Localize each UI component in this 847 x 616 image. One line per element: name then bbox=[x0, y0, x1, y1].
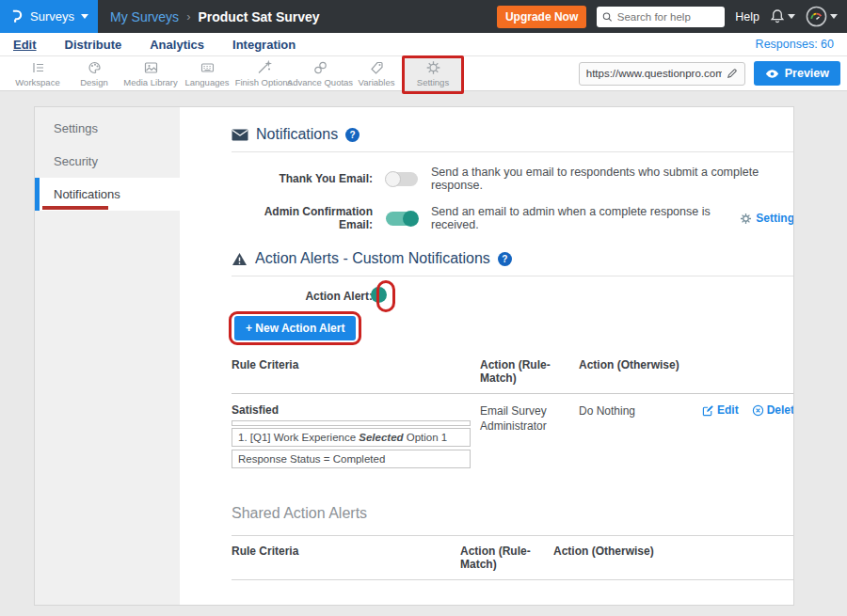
new-action-alert-button[interactable]: + New Action Alert bbox=[234, 316, 356, 340]
chevron-down-icon bbox=[81, 14, 88, 19]
breadcrumb-separator: › bbox=[186, 9, 190, 24]
shared-action-alerts-section: Shared Action Alerts Rule Criteria Actio… bbox=[232, 505, 794, 580]
finish-options-wand-icon bbox=[256, 60, 272, 75]
shared-action-alerts-title: Shared Action Alerts bbox=[232, 505, 794, 522]
envelope-icon bbox=[232, 129, 248, 141]
otherwise-cell: Do Nothing bbox=[579, 403, 702, 471]
toolbar-languages[interactable]: Languages bbox=[179, 56, 235, 90]
toolbar-advance-quotas[interactable]: Advance Quotas bbox=[292, 56, 348, 90]
toggle-knob bbox=[403, 211, 419, 227]
survey-url-field[interactable]: https://www.questionpro.com/t/. bbox=[579, 62, 745, 86]
action-alerts-section-header: Action Alerts - Custom Notifications ? bbox=[232, 245, 794, 276]
col-action-otherwise: Action (Otherwise) bbox=[553, 545, 794, 571]
rule-match-cell: Email Survey Administrator bbox=[480, 403, 579, 471]
header-right: Upgrade Now Help bbox=[497, 6, 847, 28]
notifications-bell[interactable] bbox=[770, 8, 795, 24]
chevron-down-icon bbox=[830, 14, 838, 19]
col-action-rule-match: Action (Rule-Match) bbox=[460, 545, 553, 571]
account-menu[interactable] bbox=[806, 6, 838, 27]
col-action-otherwise: Action (Otherwise) bbox=[579, 358, 702, 385]
section-divider bbox=[232, 151, 794, 152]
tab-edit[interactable]: Edit bbox=[13, 38, 37, 52]
bell-icon bbox=[770, 8, 785, 24]
chevron-down-icon bbox=[788, 14, 795, 19]
toolbar-design[interactable]: Design bbox=[66, 56, 122, 90]
tab-distribute[interactable]: Distribute bbox=[65, 38, 122, 52]
toolbar-variables[interactable]: Variables bbox=[348, 56, 405, 90]
toolbar-right: https://www.questionpro.com/t/. Preview bbox=[579, 56, 847, 90]
tab-integration[interactable]: Integration bbox=[232, 38, 296, 52]
col-action-rule-match: Action (Rule-Match) bbox=[480, 358, 579, 385]
new-action-alert-wrap: + New Action Alert bbox=[234, 316, 356, 340]
questionpro-settings-page: { "header": { "product_label": "Surveys"… bbox=[0, 0, 847, 616]
questionpro-logo-icon bbox=[8, 8, 24, 25]
media-library-icon bbox=[143, 60, 159, 75]
product-switcher-label: Surveys bbox=[30, 9, 74, 24]
responses-count[interactable]: Responses: 60 bbox=[756, 38, 834, 51]
sidebar-item-settings[interactable]: Settings bbox=[35, 112, 180, 145]
thank-you-email-description: Send a thank you email to respondents wh… bbox=[431, 166, 794, 192]
toolbar-media-library[interactable]: Media Library bbox=[122, 56, 179, 90]
action-alerts-table-header: Rule Criteria Action (Rule-Match) Action… bbox=[232, 350, 794, 394]
upgrade-now-button[interactable]: Upgrade Now bbox=[497, 6, 586, 28]
rule-criteria-cell: Satisfied 1. [Q1] Work Experience Select… bbox=[232, 403, 480, 471]
action-alert-row-item: Satisfied 1. [Q1] Work Experience Select… bbox=[232, 394, 794, 481]
search-icon bbox=[602, 11, 613, 23]
action-alert-label: Action Alert: bbox=[232, 290, 373, 303]
alert-actions-cell: Edit Delete bbox=[702, 403, 794, 471]
notifications-content: Notifications ? Thank You Email: Send a … bbox=[180, 107, 794, 605]
preview-button[interactable]: Preview bbox=[754, 61, 840, 86]
thank-you-email-label: Thank You Email: bbox=[232, 172, 373, 185]
breadcrumb-current-survey: Product Sat Survey bbox=[198, 9, 319, 24]
toggle-knob bbox=[371, 287, 387, 303]
advance-quotas-chain-icon bbox=[312, 60, 328, 75]
avatar bbox=[806, 6, 827, 27]
survey-nav-tabs: Edit Distribute Analytics Integration Re… bbox=[0, 33, 847, 56]
section-divider bbox=[232, 276, 794, 276]
action-alerts-title: Action Alerts - Custom Notifications bbox=[255, 250, 490, 267]
edit-toolbar: Workspace Design Media Library Languages… bbox=[0, 56, 847, 91]
edit-pencil-icon bbox=[702, 404, 714, 417]
help-link[interactable]: Help bbox=[735, 10, 759, 24]
warning-triangle-icon bbox=[232, 252, 248, 266]
edit-url-pencil-icon[interactable] bbox=[727, 68, 738, 79]
product-switcher[interactable]: Surveys bbox=[0, 0, 98, 33]
admin-confirmation-row: Admin Confirmation Email: Send an email … bbox=[232, 205, 794, 231]
top-header: Surveys My Surveys › Product Sat Survey … bbox=[0, 0, 847, 33]
admin-confirmation-toggle[interactable] bbox=[386, 212, 418, 226]
breadcrumb-my-surveys[interactable]: My Surveys bbox=[110, 9, 179, 24]
sidebar-item-notifications[interactable]: Notifications bbox=[35, 178, 180, 211]
tab-analytics[interactable]: Analytics bbox=[150, 38, 204, 52]
notifications-help-icon[interactable]: ? bbox=[345, 128, 360, 142]
settings-gear-icon bbox=[425, 60, 441, 75]
notifications-title: Notifications bbox=[256, 126, 338, 143]
help-search[interactable] bbox=[597, 7, 725, 27]
edit-alert-link[interactable]: Edit bbox=[702, 403, 739, 417]
notifications-section-header: Notifications ? bbox=[232, 120, 794, 151]
admin-confirmation-label: Admin Confirmation Email: bbox=[232, 205, 373, 231]
delete-alert-link[interactable]: Delete bbox=[752, 403, 794, 417]
admin-confirmation-description: Send an email to admin when a complete r… bbox=[431, 205, 740, 231]
action-alert-toggle-wrap bbox=[373, 288, 399, 305]
toolbar-workspace[interactable]: Workspace bbox=[9, 56, 66, 90]
col-rule-criteria: Rule Criteria bbox=[232, 358, 480, 385]
admin-email-settings-link[interactable]: Settings bbox=[740, 212, 794, 225]
action-alert-toggle-row: Action Alert: bbox=[232, 288, 794, 305]
col-rule-criteria: Rule Criteria bbox=[232, 545, 460, 571]
toolbar-finish-options[interactable]: Finish Options bbox=[235, 56, 292, 90]
breadcrumb: My Surveys › Product Sat Survey bbox=[110, 9, 320, 24]
help-search-input[interactable] bbox=[617, 11, 720, 23]
sidebar-item-security[interactable]: Security bbox=[35, 145, 180, 178]
criteria-condition-1: 1. [Q1] Work Experience Selected Option … bbox=[232, 428, 471, 447]
action-alerts-help-icon[interactable]: ? bbox=[498, 252, 512, 266]
variables-tag-icon bbox=[369, 60, 385, 75]
settings-panel: Settings Security Notifications Notifica… bbox=[34, 106, 794, 606]
delete-circle-icon bbox=[752, 404, 764, 417]
criteria-title: Satisfied bbox=[232, 403, 480, 417]
shared-alerts-table-header: Rule Criteria Action (Rule-Match) Action… bbox=[232, 535, 794, 580]
toolbar-settings[interactable]: Settings bbox=[405, 56, 461, 90]
thank-you-email-toggle[interactable] bbox=[386, 172, 418, 186]
criteria-strip bbox=[232, 420, 471, 426]
settings-side-menu: Settings Security Notifications bbox=[35, 107, 180, 605]
languages-keyboard-icon bbox=[200, 60, 216, 75]
